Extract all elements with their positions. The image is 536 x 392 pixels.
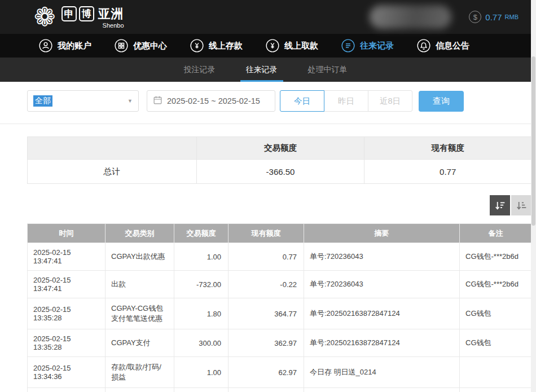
summary-current-balance: 0.77 [364, 160, 531, 184]
account-info-blurred [370, 5, 451, 29]
col-header-note: 备注 [460, 224, 531, 243]
table-cell: 金蛇献瑞 财运通天 登录钜惠 人人皆有_0214 [304, 388, 460, 392]
main-nav: 我的账户 优惠中心 线上存款 [0, 34, 531, 58]
table-cell: 62.97 [229, 357, 304, 388]
col-header-summary: 摘要 [304, 224, 460, 243]
col-header-amount: 交易额度 [174, 224, 229, 243]
records-icon [341, 38, 355, 53]
balance-currency: RMB [505, 14, 519, 20]
promotions-icon [114, 38, 129, 53]
flower-logo-icon: ❁ [34, 4, 56, 30]
col-header-type: 交易类别 [106, 224, 174, 243]
nav-label: 信息公告 [436, 41, 469, 51]
last-8-days-button[interactable]: 近8日 [368, 90, 412, 112]
table-cell: 单号:202502163872847124 [304, 329, 460, 357]
nav-label: 往来记录 [360, 41, 394, 51]
category-dropdown[interactable]: 全部 ▼ [27, 90, 139, 112]
vertical-scrollbar[interactable] [531, 0, 536, 392]
brand-logo[interactable]: ❁ 申 博 亚洲 Shenbo [34, 4, 124, 30]
table-cell [460, 357, 531, 388]
nav-item-announcements[interactable]: 信息公告 [416, 38, 469, 53]
table-cell: 362.97 [229, 329, 304, 357]
table-cell: CGPAY支付 [106, 329, 174, 357]
withdraw-coin-icon [265, 38, 280, 53]
table-cell: 1.80 [174, 298, 229, 329]
table-cell: 364.77 [229, 298, 304, 329]
brand-text: 申 博 亚洲 Shenbo [61, 6, 124, 29]
nav-item-transaction-records[interactable]: 往来记录 [341, 38, 394, 53]
bell-icon [416, 38, 431, 53]
query-button[interactable]: 查询 [419, 91, 464, 112]
table-cell: 单号:202502163872847124 [304, 298, 460, 329]
nav-label: 线上存款 [209, 41, 243, 51]
table-cell: 出款 [106, 271, 174, 298]
table-cell: 2025-02-15 13:47:41 [28, 271, 106, 298]
sort-descending-button[interactable] [490, 195, 510, 215]
table-cell: 存款/取款/打码/损益 [106, 388, 174, 392]
date-range-input[interactable]: 2025-02-15 ~ 2025-02-15 [147, 90, 275, 112]
col-header-time: 时间 [28, 224, 106, 243]
records-table-body: 2025-02-15 13:47:41CGPAY出款优惠1.000.77单号:7… [28, 243, 531, 392]
table-cell: 单号:720236043 [304, 271, 460, 298]
brand-en: Shenbo [61, 22, 124, 29]
summary-table: 交易额度 现有额度 总计 -366.50 0.77 [27, 136, 531, 184]
section-divider [0, 124, 531, 124]
yesterday-button[interactable]: 昨日 [324, 90, 368, 112]
tab-processing-orders[interactable]: 处理中订单 [302, 58, 353, 82]
chevron-down-icon: ▼ [128, 98, 133, 104]
table-row: 2025-02-15 13:47:41出款-732.00-0.22单号:7202… [28, 271, 531, 298]
table-cell: 今日存 明日送_0214 [304, 357, 460, 388]
summary-transaction-total: -366.50 [196, 160, 364, 184]
brand-char-box: 申 [61, 6, 77, 21]
dollar-icon: $ [469, 11, 481, 23]
table-cell: CGPAY出款优惠 [106, 243, 174, 271]
table-cell: 1.00 [174, 243, 229, 271]
date-range-value: 2025-02-15 ~ 2025-02-15 [167, 96, 260, 105]
col-header-balance: 现有额度 [229, 224, 304, 243]
table-cell: 2025-02-15 13:34:36 [28, 388, 106, 392]
tab-transaction-records[interactable]: 往来记录 [240, 58, 283, 82]
table-row: 2025-02-15 13:34:36存款/取款/打码/损益1.0062.97今… [28, 357, 531, 388]
nav-item-deposit[interactable]: 线上存款 [190, 38, 243, 53]
table-cell: -732.00 [174, 271, 229, 298]
table-cell: 单号:720236043 [304, 243, 460, 271]
sort-bar [27, 195, 531, 215]
tab-betting-records[interactable]: 投注记录 [178, 58, 221, 82]
table-cell: 0.77 [229, 243, 304, 271]
brand-suffix: 亚洲 [98, 6, 124, 23]
summary-header-blank [28, 137, 197, 160]
records-header-row: 时间 交易类别 交易额度 现有额度 摘要 备注 [28, 224, 531, 243]
table-cell: 存款/取款/打码/损益 [106, 357, 174, 388]
nav-item-withdraw[interactable]: 线上取款 [265, 38, 318, 53]
summary-header-balance: 现有额度 [364, 137, 531, 160]
table-cell: CG钱包-***2b6d [460, 243, 531, 271]
table-cell: CG钱包 [460, 329, 531, 357]
nav-item-my-account[interactable]: 我的账户 [38, 38, 91, 53]
table-cell: 300.00 [174, 329, 229, 357]
table-cell: 2025-02-15 13:34:36 [28, 357, 106, 388]
wallet-balance: $ 0.77 RMB [469, 0, 519, 34]
table-cell [460, 388, 531, 392]
table-cell: 2025-02-15 13:35:28 [28, 329, 106, 357]
sort-ascending-button[interactable] [511, 195, 531, 215]
table-cell: 2.00 [174, 388, 229, 392]
top-header: ❁ 申 博 亚洲 Shenbo $ 0.77 RMB [0, 0, 531, 34]
summary-row-label: 总计 [28, 160, 197, 184]
deposit-coin-icon [190, 38, 204, 53]
table-cell: CG钱包-***2b6d [460, 271, 531, 298]
sub-nav: 投注记录 往来记录 处理中订单 [0, 58, 531, 82]
balance-amount: 0.77 [485, 12, 502, 22]
category-selected-value: 全部 [33, 95, 52, 107]
brand-char-box: 博 [79, 6, 94, 21]
table-cell: 2025-02-15 13:35:28 [28, 298, 106, 329]
table-row: 2025-02-15 13:47:41CGPAY出款优惠1.000.77单号:7… [28, 243, 531, 271]
table-cell: 1.00 [174, 357, 229, 388]
nav-item-promotions[interactable]: 优惠中心 [114, 38, 167, 53]
summary-header-transaction: 交易额度 [196, 137, 364, 160]
scrollbar-thumb[interactable] [531, 56, 535, 226]
table-row: 2025-02-15 13:34:36存款/取款/打码/损益2.0061.97金… [28, 388, 531, 392]
quick-date-buttons: 今日 昨日 近8日 [280, 90, 412, 112]
table-row: 2025-02-15 13:35:28CGPAY-CG钱包支付笔笔送优惠1.80… [28, 298, 531, 329]
records-table: 时间 交易类别 交易额度 现有额度 摘要 备注 2025-02-15 13:47… [27, 223, 531, 392]
today-button[interactable]: 今日 [280, 90, 324, 112]
